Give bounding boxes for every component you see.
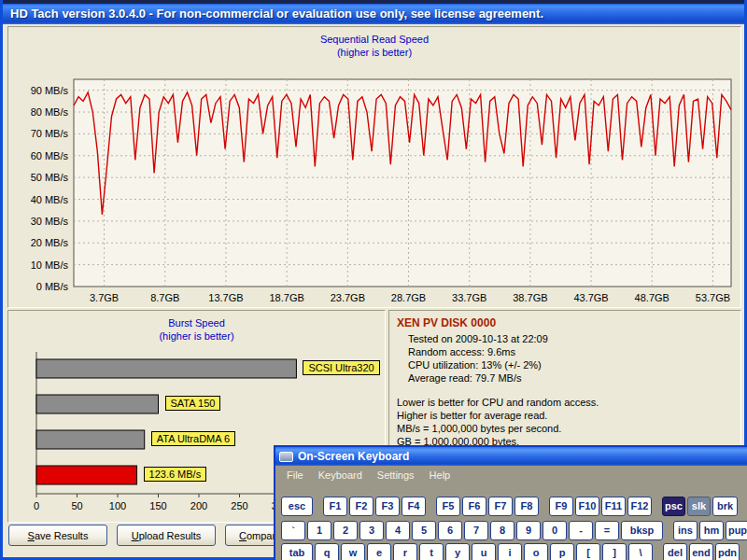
osk-key-8[interactable]: 8 (490, 521, 514, 540)
hdtach-titlebar[interactable]: HD Tach version 3.0.4.0 - For non-commer… (3, 0, 744, 24)
osk-key-F9[interactable]: F9 (549, 497, 573, 516)
drive-name: XEN PV DISK 0000 (397, 316, 733, 329)
seq-y-tick-label: 10 MB/s (31, 259, 69, 271)
osk-key-q[interactable]: q (315, 543, 339, 560)
osk-key-[[interactable]: [ (576, 543, 600, 560)
osk-key-bksp[interactable]: bksp (621, 521, 663, 540)
drive-detail-line: CPU utilization: 13% (+/- 2%) (408, 358, 733, 371)
seq-x-tick-label: 13.7GB (208, 292, 243, 303)
burst-bar (36, 359, 296, 378)
osk-key-y[interactable]: y (445, 543, 470, 560)
osk-key-esc[interactable]: esc (281, 497, 313, 516)
osk-key-p[interactable]: p (550, 543, 574, 560)
info-note-line: MB/s = 1,000,000 bytes per second. (397, 422, 733, 435)
osk-key-0[interactable]: 0 (543, 521, 567, 540)
seq-y-tick-label: 30 MB/s (31, 216, 69, 227)
osk-key-brk[interactable]: brk (712, 497, 738, 516)
osk-window: On-Screen Keyboard FileKeyboardSettingsH… (274, 445, 747, 560)
seq-x-tick-label: 8.7GB (150, 292, 179, 303)
seq-y-tick-label: 60 MB/s (31, 150, 69, 161)
burst-x-tick-label: 50 (71, 500, 82, 511)
burst-x-tick-label: 100 (109, 500, 126, 511)
drive-detail-line: Tested on 2009-10-13 at 22:09 (408, 332, 733, 345)
seq-x-tick-label: 38.7GB (513, 292, 547, 303)
osk-key-hm[interactable]: hm (699, 521, 724, 540)
osk-key-F6[interactable]: F6 (462, 497, 486, 516)
osk-menu-settings[interactable]: Settings (370, 468, 422, 483)
osk-key-o[interactable]: o (524, 543, 548, 560)
osk-key-9[interactable]: 9 (516, 521, 541, 540)
drive-detail-line: Random access: 9.6ms (408, 345, 733, 358)
osk-key-F4[interactable]: F4 (402, 497, 426, 516)
burst-bar (36, 466, 137, 484)
burst-bar-label: ATA UltraDMA 6 (151, 431, 235, 446)
osk-key-F11[interactable]: F11 (601, 497, 626, 516)
osk-key-e[interactable]: e (367, 543, 391, 560)
sequential-read-chart: 3.7GB8.7GB13.7GB18.7GB23.7GB28.7GB33.7GB… (8, 27, 740, 307)
osk-titlebar[interactable]: On-Screen Keyboard (275, 447, 747, 466)
burst-bar-label: 123.6 MB/s (144, 467, 207, 482)
upload-results-button[interactable]: Upload Results (117, 525, 216, 546)
osk-key--[interactable]: - (569, 521, 593, 540)
osk-menu-keyboard[interactable]: Keyboard (311, 468, 370, 483)
drive-detail-line: Average read: 79.7 MB/s (408, 371, 733, 385)
burst-x-tick-label: 200 (190, 500, 207, 511)
osk-key-4[interactable]: 4 (386, 521, 410, 540)
osk-key-1[interactable]: 1 (307, 521, 331, 540)
seq-x-tick-label: 33.7GB (452, 292, 486, 303)
osk-menu-help[interactable]: Help (422, 468, 458, 483)
osk-key-F1[interactable]: F1 (323, 497, 347, 516)
osk-key-][interactable]: ] (602, 543, 627, 560)
osk-key-F7[interactable]: F7 (488, 497, 513, 516)
osk-key-2[interactable]: 2 (333, 521, 358, 540)
osk-key-i[interactable]: i (498, 543, 522, 560)
seq-x-tick-label: 48.7GB (635, 292, 669, 303)
osk-key-tab[interactable]: tab (281, 543, 313, 560)
osk-key-5[interactable]: 5 (412, 521, 436, 540)
seq-plot-area (74, 79, 731, 287)
seq-x-tick-label: 23.7GB (331, 292, 365, 303)
info-note-line: Lower is better for CPU and random acces… (397, 396, 733, 409)
osk-key-F12[interactable]: F12 (627, 497, 652, 516)
osk-key-end[interactable]: end (689, 543, 713, 560)
osk-key-=[interactable]: = (595, 521, 619, 540)
osk-key-u[interactable]: u (472, 543, 496, 560)
seq-x-tick-label: 43.7GB (573, 292, 608, 303)
osk-key-psc[interactable]: psc (662, 497, 685, 516)
osk-key-r[interactable]: r (393, 543, 417, 560)
hdtach-window-title: HD Tach version 3.0.4.0 - For non-commer… (10, 7, 543, 21)
burst-bar-label: SATA 150 (165, 396, 221, 411)
osk-key-F8[interactable]: F8 (514, 497, 539, 516)
osk-key-ins[interactable]: ins (673, 521, 698, 540)
osk-key-t[interactable]: t (419, 543, 444, 560)
osk-key-F10[interactable]: F10 (575, 497, 599, 516)
osk-menubar: FileKeyboardSettingsHelp (275, 466, 747, 483)
seq-y-tick-label: 70 MB/s (31, 128, 69, 139)
osk-key-\[interactable]: \ (628, 543, 653, 560)
seq-chart-title: Sequential Read Speed (8, 34, 740, 45)
osk-key-pdn[interactable]: pdn (715, 543, 740, 560)
save-results-button[interactable]: Save Results (8, 525, 107, 546)
osk-key-F2[interactable]: F2 (349, 497, 374, 516)
burst-x-tick-label: 0 (34, 500, 39, 511)
seq-x-tick-label: 28.7GB (391, 292, 426, 303)
drive-details: Tested on 2009-10-13 at 22:09Random acce… (397, 332, 733, 385)
osk-key-`[interactable]: ` (281, 521, 305, 540)
seq-y-tick-label: 80 MB/s (31, 106, 69, 118)
osk-key-7[interactable]: 7 (464, 521, 488, 540)
burst-chart-title: Burst Speed (8, 317, 385, 329)
osk-key-pup[interactable]: pup (726, 521, 747, 540)
osk-key-6[interactable]: 6 (438, 521, 462, 540)
osk-menu-file[interactable]: File (279, 468, 311, 483)
sequential-read-panel: 3.7GB8.7GB13.7GB18.7GB23.7GB28.7GB33.7GB… (7, 26, 741, 308)
seq-y-tick-label: 40 MB/s (31, 194, 69, 205)
osk-key-F5[interactable]: F5 (436, 497, 460, 516)
osk-key-w[interactable]: w (341, 543, 365, 560)
seq-chart-subtitle: (higher is better) (8, 47, 740, 58)
osk-key-3[interactable]: 3 (359, 521, 384, 540)
osk-key-F3[interactable]: F3 (375, 497, 400, 516)
osk-key-slk[interactable]: slk (687, 497, 711, 516)
seq-x-tick-label: 53.7GB (696, 292, 730, 303)
osk-key-del[interactable]: del (663, 543, 687, 560)
keyboard-icon (279, 452, 293, 462)
